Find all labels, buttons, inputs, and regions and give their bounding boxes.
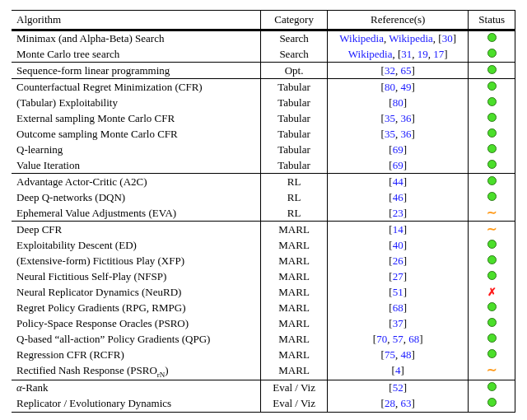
reference-link[interactable]: Wikipedia: [389, 32, 433, 44]
cell-algorithm: Ephemeral Value Adjustments (EVA): [12, 205, 261, 222]
cell-category: MARL: [261, 237, 328, 253]
cell-algorithm: Neural Fictitious Self-Play (NFSP): [12, 268, 261, 284]
cell-status: [469, 142, 515, 157]
reference-link[interactable]: Wikipedia: [348, 48, 393, 60]
cell-algorithm: Deep CFR: [12, 222, 261, 238]
cell-references: [52]: [327, 380, 469, 396]
cell-algorithm: Minimax (and Alpha-Beta) Search: [12, 30, 261, 46]
cell-references: [80, 49]: [327, 79, 469, 96]
reference-cite[interactable]: 49: [400, 81, 411, 93]
cell-references: [69]: [327, 142, 469, 157]
cell-algorithm: Rectified Nash Response (PSROrN): [12, 362, 261, 380]
cell-references: [68]: [327, 300, 469, 315]
status-ok-icon: [487, 349, 497, 358]
reference-link[interactable]: Wikipedia: [339, 32, 384, 44]
cell-category: MARL: [261, 347, 328, 362]
cell-category: Search: [261, 46, 328, 63]
table-row: Q-based “all-action” Policy Gradients (Q…: [12, 331, 515, 347]
cell-status: [469, 30, 515, 46]
status-ok-icon: [487, 128, 497, 138]
table-row: Advantage Actor-Critic (A2C)RL[44]: [12, 174, 515, 190]
table-row: Ephemeral Value Adjustments (EVA)RL[23]∼: [12, 205, 515, 222]
reference-cite[interactable]: 63: [400, 397, 411, 409]
reference-cite[interactable]: 70: [376, 333, 387, 345]
reference-cite[interactable]: 69: [393, 143, 403, 156]
status-ok-icon: [487, 240, 497, 249]
cell-algorithm: α-Rank: [12, 380, 261, 396]
cell-algorithm: Q-based “all-action” Policy Gradients (Q…: [12, 331, 261, 347]
table-row: α-RankEval / Viz[52]: [12, 380, 515, 396]
cell-status: [469, 174, 515, 190]
reference-cite[interactable]: 35: [385, 128, 395, 140]
reference-cite[interactable]: 80: [393, 96, 403, 109]
table-row: Exploitability Descent (ED)MARL[40]: [12, 237, 515, 253]
cell-category: MARL: [261, 362, 328, 380]
cell-status: [469, 315, 515, 331]
reference-cite[interactable]: 44: [393, 175, 403, 188]
reference-cite[interactable]: 51: [393, 286, 403, 298]
reference-cite[interactable]: 57: [393, 333, 403, 345]
cell-category: Tabular: [261, 79, 328, 96]
reference-cite[interactable]: 4: [395, 364, 401, 376]
cell-algorithm: Outcome sampling Monte Carlo CFR: [12, 126, 261, 142]
reference-cite[interactable]: 30: [442, 32, 453, 44]
reference-cite[interactable]: 40: [393, 239, 403, 251]
cell-status: [469, 46, 515, 63]
cell-references: [70, 57, 68]: [327, 331, 469, 347]
cell-references: [40]: [327, 237, 469, 253]
cell-status: [469, 253, 515, 268]
cell-category: MARL: [261, 331, 328, 347]
col-references: Reference(s): [327, 11, 469, 30]
reference-cite[interactable]: 69: [393, 159, 403, 171]
reference-cite[interactable]: 17: [433, 48, 444, 60]
table-row: Q-learningTabular[69]: [12, 142, 515, 157]
reference-cite[interactable]: 37: [393, 317, 403, 329]
cell-category: Eval / Viz: [261, 380, 328, 396]
cell-references: [75, 48]: [327, 347, 469, 362]
cell-algorithm: External sampling Monte Carlo CFR: [12, 110, 261, 126]
reference-cite[interactable]: 68: [408, 333, 419, 345]
status-ok-icon: [487, 318, 497, 327]
cell-algorithm: Counterfactual Regret Minimization (CFR): [12, 79, 261, 96]
cell-references: [35, 36]: [327, 126, 469, 142]
reference-cite[interactable]: 32: [385, 64, 395, 77]
cell-status: ∼: [469, 222, 515, 238]
cell-status: [469, 380, 515, 396]
reference-cite[interactable]: 75: [385, 348, 395, 361]
table-row: External sampling Monte Carlo CFRTabular…: [12, 110, 515, 126]
cell-references: [23]: [327, 205, 469, 222]
reference-cite[interactable]: 28: [385, 397, 395, 409]
table-row: Regret Policy Gradients (RPG, RMPG)MARL[…: [12, 300, 515, 315]
reference-cite[interactable]: 35: [385, 112, 395, 124]
reference-cite[interactable]: 36: [400, 128, 411, 140]
reference-cite[interactable]: 52: [393, 381, 403, 394]
reference-cite[interactable]: 80: [385, 81, 395, 93]
cell-category: Tabular: [261, 142, 328, 157]
reference-cite[interactable]: 65: [400, 64, 411, 77]
table-row: Neural Replicator Dynamics (NeuRD)MARL[5…: [12, 284, 515, 300]
reference-cite[interactable]: 19: [417, 48, 428, 60]
status-partial-icon: ∼: [487, 363, 497, 376]
table-row: Replicator / Evolutionary DynamicsEval /…: [12, 396, 515, 413]
reference-cite[interactable]: 68: [393, 301, 403, 314]
cell-references: [46]: [327, 189, 469, 205]
cell-algorithm: Deep Q-networks (DQN): [12, 189, 261, 205]
reference-cite[interactable]: 31: [401, 48, 412, 60]
reference-cite[interactable]: 23: [393, 207, 403, 219]
cell-category: Search: [261, 30, 328, 46]
cell-algorithm: Advantage Actor-Critic (A2C): [12, 174, 261, 190]
cell-category: Opt.: [261, 63, 328, 79]
cell-references: [14]: [327, 222, 469, 238]
cell-status: [469, 63, 515, 79]
reference-cite[interactable]: 27: [393, 270, 403, 282]
reference-cite[interactable]: 14: [393, 223, 403, 236]
reference-cite[interactable]: 36: [400, 112, 411, 124]
status-ok-icon: [487, 271, 497, 280]
cell-algorithm: Policy-Space Response Oracles (PSRO): [12, 315, 261, 331]
cell-status: [469, 331, 515, 347]
reference-cite[interactable]: 26: [393, 254, 403, 267]
cell-algorithm: Neural Replicator Dynamics (NeuRD): [12, 284, 261, 300]
reference-cite[interactable]: 46: [393, 191, 403, 203]
reference-cite[interactable]: 48: [400, 348, 411, 361]
cell-status: [469, 110, 515, 126]
